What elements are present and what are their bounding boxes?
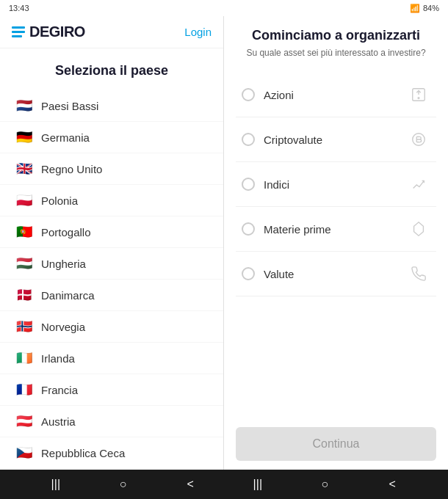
asset-item[interactable]: Criptovalute — [236, 117, 436, 162]
country-item[interactable]: 🇩🇪 Germania — [0, 122, 223, 153]
asset-icon — [407, 172, 430, 196]
country-item[interactable]: 🇩🇰 Danimarca — [0, 280, 223, 311]
asset-item[interactable]: Azioni — [236, 73, 436, 117]
country-flag: 🇨🇿 — [15, 445, 34, 461]
asset-name: Criptovalute — [264, 134, 322, 146]
country-item[interactable]: 🇳🇴 Norvegia — [0, 311, 223, 343]
asset-item[interactable]: Valute — [236, 252, 436, 296]
country-flag: 🇩🇰 — [15, 287, 34, 303]
app-header: DEGIRO Login — [0, 16, 223, 48]
asset-left: Materie prime — [242, 222, 331, 236]
degiro-logo: DEGIRO — [12, 23, 85, 40]
country-name: Germania — [41, 131, 90, 144]
country-flag: 🇵🇹 — [15, 224, 34, 240]
country-flag: 🇭🇺 — [15, 255, 34, 272]
logo-bar-3 — [12, 35, 22, 37]
svg-marker-3 — [414, 222, 424, 236]
asset-list: Azioni Criptovalute Indici Materie prime — [236, 73, 436, 415]
asset-name: Indici — [264, 178, 289, 191]
country-flag: 🇵🇱 — [15, 192, 34, 208]
right-panel: Cominciamo a organizzarti Su quale asset… — [224, 16, 448, 470]
country-name: Repubblica Ceca — [41, 447, 125, 459]
main-layout: DEGIRO Login Seleziona il paese 🇳🇱 Paesi… — [0, 16, 448, 470]
asset-left: Valute — [242, 267, 294, 280]
country-item[interactable]: 🇦🇹 Austria — [0, 406, 223, 437]
nav-home[interactable]: ○ — [112, 473, 134, 495]
country-flag: 🇩🇪 — [15, 129, 34, 145]
signal-icon: 📶 — [410, 4, 420, 13]
country-name: Irlanda — [41, 352, 75, 365]
country-list: 🇳🇱 Paesi Bassi 🇩🇪 Germania 🇬🇧 Regno Unit… — [0, 87, 223, 470]
country-name: Regno Unito — [41, 163, 102, 175]
logo-bar-2 — [12, 31, 25, 33]
asset-item[interactable]: Indici — [236, 162, 436, 207]
country-item[interactable]: 🇬🇧 Regno Unito — [0, 153, 223, 185]
country-flag: 🇳🇱 — [15, 98, 34, 114]
country-name: Danimarca — [41, 289, 95, 302]
panel-subtitle: Su quale asset sei più interessato a inv… — [236, 48, 436, 58]
nav-recent-apps-2[interactable]: ||| — [247, 473, 269, 495]
svg-point-1 — [418, 98, 419, 99]
logo-text: DEGIRO — [29, 23, 85, 40]
logo-bar-1 — [12, 26, 25, 29]
status-bar: 13:43 📶 84% — [0, 0, 448, 16]
country-flag: 🇳🇴 — [15, 318, 34, 335]
country-item[interactable]: 🇮🇪 Irlanda — [0, 343, 223, 374]
logo-bars-icon — [12, 26, 25, 37]
country-flag: 🇦🇹 — [15, 413, 34, 429]
country-item[interactable]: 🇳🇱 Paesi Bassi — [0, 90, 223, 122]
country-name: Austria — [41, 415, 76, 428]
nav-back[interactable]: < — [179, 473, 201, 495]
asset-name: Valute — [264, 268, 294, 280]
asset-icon — [407, 217, 430, 241]
bottom-navigation: ||| ○ < ||| ○ < — [0, 470, 448, 499]
panel-title: Cominciamo a organizzarti — [236, 28, 436, 43]
country-item[interactable]: 🇵🇹 Portogallo — [0, 216, 223, 248]
asset-icon — [407, 128, 430, 151]
country-item[interactable]: 🇵🇱 Polonia — [0, 185, 223, 216]
country-item[interactable]: 🇨🇿 Repubblica Ceca — [0, 437, 223, 469]
radio-circle[interactable] — [242, 222, 255, 236]
country-item[interactable]: 🇫🇷 Francia — [0, 374, 223, 406]
asset-left: Criptovalute — [242, 133, 322, 146]
asset-name: Azioni — [264, 89, 294, 101]
country-name: Ungheria — [41, 258, 86, 270]
country-name: Paesi Bassi — [41, 100, 98, 112]
continue-button[interactable]: Continua — [236, 427, 436, 461]
asset-item[interactable]: Materie prime — [236, 207, 436, 252]
country-name: Portogallo — [41, 226, 91, 238]
asset-icon — [407, 83, 430, 106]
nav-recent-apps[interactable]: ||| — [45, 473, 67, 495]
country-flag: 🇮🇪 — [15, 350, 34, 366]
asset-icon — [407, 262, 430, 285]
country-flag: 🇫🇷 — [15, 382, 34, 398]
radio-circle[interactable] — [242, 267, 255, 280]
radio-circle[interactable] — [242, 178, 255, 191]
select-country-title: Seleziona il paese — [0, 48, 223, 87]
nav-home-2[interactable]: ○ — [314, 473, 336, 495]
country-name: Francia — [41, 384, 78, 396]
country-flag: 🇬🇧 — [15, 161, 34, 177]
status-icons: 📶 84% — [410, 4, 439, 13]
asset-left: Indici — [242, 178, 289, 191]
left-panel: DEGIRO Login Seleziona il paese 🇳🇱 Paesi… — [0, 16, 224, 470]
radio-circle[interactable] — [242, 88, 255, 101]
status-time: 13:43 — [9, 4, 29, 12]
country-name: Polonia — [41, 194, 78, 207]
login-button[interactable]: Login — [184, 26, 212, 38]
battery-text: 84% — [423, 4, 439, 12]
asset-left: Azioni — [242, 88, 294, 101]
country-name: Norvegia — [41, 321, 85, 333]
nav-back-2[interactable]: < — [381, 473, 403, 495]
asset-name: Materie prime — [264, 223, 331, 236]
radio-circle[interactable] — [242, 133, 255, 146]
country-item[interactable]: 🇭🇺 Ungheria — [0, 248, 223, 280]
